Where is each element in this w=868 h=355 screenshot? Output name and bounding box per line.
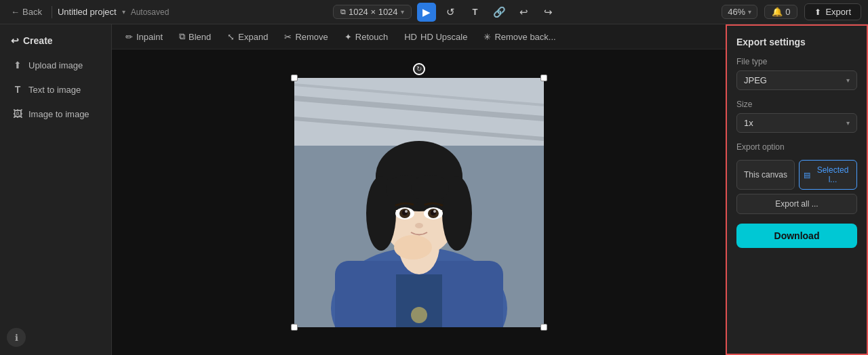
size-chevron-icon: ▾ — [846, 119, 850, 127]
expand-label: Expand — [238, 32, 268, 42]
topbar: ← Back Untitled project ▾ Autosaved ⧉ 10… — [0, 0, 868, 24]
rotate-ccw-button[interactable]: ↺ — [441, 3, 460, 22]
expand-icon: ⤡ — [227, 32, 235, 42]
canvas-image — [294, 78, 544, 327]
hd-upscale-tool[interactable]: HD HD Upscale — [397, 29, 474, 45]
notification-button[interactable]: 🔔 0 — [764, 5, 797, 19]
back-button[interactable]: ← Back — [7, 5, 46, 18]
sidebar-create-header: ↩ Create — [5, 33, 106, 51]
link-tool-button[interactable]: 🔗 — [490, 3, 509, 22]
export-label: Export — [825, 7, 851, 17]
size-label: Size — [736, 100, 857, 109]
zoom-control[interactable]: 46% ▾ — [722, 5, 757, 19]
download-button[interactable]: Download — [736, 224, 857, 248]
handle-bottom-left[interactable] — [291, 324, 298, 331]
undo-button[interactable]: ↩ — [515, 3, 534, 22]
size-section: Size 1x ▾ — [736, 100, 857, 133]
export-icon: ⬆ — [814, 7, 821, 17]
remove-icon: ✂ — [284, 32, 292, 42]
rotate-handle[interactable]: ↻ — [413, 63, 425, 75]
topbar-left: ← Back Untitled project ▾ Autosaved — [7, 5, 169, 18]
remove-label: Remove — [295, 32, 328, 42]
topbar-right: 46% ▾ 🔔 0 ⬆ Export — [722, 3, 861, 20]
topbar-divider — [52, 6, 52, 18]
image-to-image-icon: 🖼 — [12, 108, 23, 119]
selected-layers-button[interactable]: ▤ Selected l... — [799, 160, 857, 190]
canvas-area: ✏ Inpaint ⧉ Blend ⤡ Expand ✂ Remove ✦ Re… — [112, 24, 726, 355]
play-button[interactable]: ▶ — [417, 3, 436, 22]
this-canvas-button[interactable]: This canvas — [736, 160, 795, 190]
svg-point-27 — [394, 235, 432, 259]
canvas-size-value: 1024 × 1024 — [349, 7, 398, 17]
canvas-size-icon: ⧉ — [340, 7, 346, 16]
handle-top-right[interactable] — [540, 75, 547, 81]
export-panel: Export settings File type JPEG ▾ Size 1x… — [726, 24, 868, 355]
retouch-icon: ✦ — [344, 32, 352, 42]
canvas-image-wrapper[interactable]: ↻ — [294, 78, 544, 327]
file-type-label: File type — [736, 57, 857, 66]
zoom-chevron-icon: ▾ — [748, 8, 751, 16]
canvas-size-control[interactable]: ⧉ 1024 × 1024 ▾ — [333, 5, 412, 19]
file-type-chevron-icon: ▾ — [846, 77, 850, 84]
autosaved-label: Autosaved — [131, 7, 170, 17]
project-name[interactable]: Untitled project — [58, 7, 117, 17]
svg-point-17 — [411, 175, 449, 202]
canvas-viewport[interactable]: ↻ — [112, 49, 726, 355]
inpaint-icon: ✏ — [125, 32, 133, 42]
back-label: Back — [22, 7, 42, 17]
export-all-button[interactable]: Export all ... — [736, 194, 857, 214]
sidebar-item-image-to-image-label: Image to image — [28, 109, 90, 119]
info-icon[interactable]: ℹ — [7, 328, 26, 347]
sidebar-item-upload-image[interactable]: ⬆ Upload image — [5, 54, 106, 76]
this-canvas-label: This canvas — [744, 170, 787, 180]
selected-layers-icon: ▤ — [804, 171, 810, 180]
remove-bg-icon: ✳ — [484, 32, 491, 42]
export-all-label: Export all ... — [775, 199, 818, 209]
svg-point-25 — [433, 210, 436, 213]
sidebar-item-image-to-image[interactable]: 🖼 Image to image — [5, 103, 106, 125]
bell-icon: 🔔 — [772, 7, 783, 17]
retouch-tool[interactable]: ✦ Retouch — [338, 29, 395, 45]
svg-point-21 — [405, 210, 408, 213]
sidebar-item-upload-image-label: Upload image — [28, 60, 83, 70]
create-icon: ↩ — [11, 35, 19, 46]
sidebar-item-text-to-image[interactable]: T Text to image — [5, 79, 106, 100]
selected-layers-label: Selected l... — [813, 165, 852, 184]
back-arrow-icon: ← — [11, 7, 20, 17]
size-select[interactable]: 1x ▾ — [736, 113, 857, 133]
file-type-select[interactable]: JPEG ▾ — [736, 70, 857, 90]
main-content: ↩ Create ⬆ Upload image T Text to image … — [0, 24, 868, 355]
sidebar: ↩ Create ⬆ Upload image T Text to image … — [0, 24, 112, 355]
expand-tool[interactable]: ⤡ Expand — [220, 29, 275, 45]
remove-tool[interactable]: ✂ Remove — [277, 29, 334, 45]
export-panel-title: Export settings — [736, 37, 857, 47]
export-option-row: This canvas ▤ Selected l... — [736, 160, 857, 190]
redo-button[interactable]: ↪ — [539, 3, 558, 22]
text-tool-button[interactable]: T — [466, 3, 485, 22]
retouch-label: Retouch — [355, 32, 388, 42]
upload-image-icon: ⬆ — [12, 60, 23, 70]
handle-bottom-right[interactable] — [540, 324, 547, 331]
export-option-label: Export option — [736, 142, 857, 152]
canvas-size-chevron-icon: ▾ — [401, 8, 404, 16]
size-value: 1x — [744, 118, 753, 128]
blend-icon: ⧉ — [179, 31, 185, 42]
project-name-chevron-icon[interactable]: ▾ — [122, 8, 125, 16]
svg-point-26 — [415, 223, 423, 228]
file-type-section: File type JPEG ▾ — [736, 57, 857, 90]
download-label: Download — [774, 230, 820, 241]
handle-top-left[interactable] — [291, 75, 298, 81]
notification-count: 0 — [785, 7, 790, 17]
portrait-svg — [294, 78, 544, 327]
export-option-section: Export option This canvas ▤ Selected l..… — [736, 142, 857, 214]
blend-tool[interactable]: ⧉ Blend — [172, 28, 218, 45]
sidebar-info-button[interactable]: ℹ — [7, 328, 26, 347]
svg-point-9 — [411, 307, 427, 323]
export-button[interactable]: ⬆ Export — [804, 3, 861, 20]
tools-bar: ✏ Inpaint ⧉ Blend ⤡ Expand ✂ Remove ✦ Re… — [112, 24, 726, 49]
inpaint-tool[interactable]: ✏ Inpaint — [119, 29, 170, 45]
remove-bg-tool[interactable]: ✳ Remove back... — [477, 29, 562, 45]
inpaint-label: Inpaint — [136, 32, 163, 42]
text-to-image-icon: T — [12, 84, 23, 95]
hd-upscale-label: HD Upscale — [420, 32, 467, 42]
